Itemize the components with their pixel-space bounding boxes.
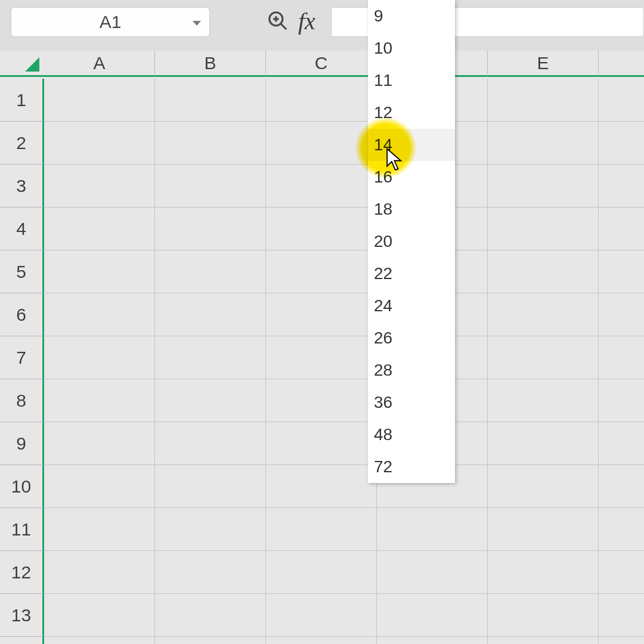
cell[interactable] <box>155 208 266 250</box>
row-header[interactable]: 1 <box>0 79 44 122</box>
font-size-option[interactable]: 18 <box>368 193 455 225</box>
cell[interactable] <box>155 465 266 508</box>
cell[interactable] <box>599 508 644 551</box>
cell[interactable] <box>155 551 266 594</box>
cell[interactable] <box>266 379 377 422</box>
cell[interactable] <box>599 465 644 508</box>
cell[interactable] <box>377 551 488 594</box>
cell[interactable] <box>488 465 599 508</box>
cell[interactable] <box>266 336 377 379</box>
cell[interactable] <box>266 637 377 644</box>
cell[interactable] <box>155 379 266 422</box>
font-size-option[interactable]: 24 <box>368 290 455 322</box>
cell[interactable] <box>44 293 155 336</box>
select-all-corner[interactable] <box>0 51 44 77</box>
row-header[interactable]: 7 <box>0 336 44 379</box>
cell[interactable] <box>266 79 377 122</box>
cell[interactable] <box>266 208 377 250</box>
cell[interactable] <box>377 508 488 551</box>
cell[interactable] <box>488 122 599 165</box>
chevron-down-icon[interactable] <box>193 21 201 26</box>
cell[interactable] <box>599 594 644 637</box>
cell[interactable] <box>488 250 599 293</box>
cell[interactable] <box>44 122 155 165</box>
font-size-option[interactable]: 20 <box>368 225 455 258</box>
row-header[interactable]: 8 <box>0 379 44 422</box>
cell[interactable] <box>488 208 599 250</box>
cell[interactable] <box>266 165 377 208</box>
font-size-option[interactable]: 14 <box>368 129 455 161</box>
column-header[interactable]: B <box>155 51 266 77</box>
cell[interactable] <box>44 250 155 293</box>
cell[interactable] <box>488 594 599 637</box>
zoom-preview-icon[interactable] <box>267 10 289 32</box>
cell[interactable] <box>266 551 377 594</box>
row-header[interactable]: 6 <box>0 293 44 336</box>
spreadsheet-grid[interactable]: ABCDEF1234567891011121314 <box>0 51 644 644</box>
cell[interactable] <box>599 637 644 644</box>
font-size-option[interactable]: 11 <box>368 64 455 97</box>
row-header[interactable]: 11 <box>0 508 44 551</box>
cell[interactable] <box>377 637 488 644</box>
cell[interactable] <box>155 336 266 379</box>
cell[interactable] <box>488 336 599 379</box>
row-header[interactable]: 12 <box>0 551 44 594</box>
cell[interactable] <box>44 551 155 594</box>
font-size-option[interactable]: 72 <box>368 451 455 483</box>
cell[interactable] <box>155 293 266 336</box>
cell[interactable] <box>266 422 377 465</box>
cell[interactable] <box>488 508 599 551</box>
cell[interactable] <box>266 122 377 165</box>
cell[interactable] <box>599 250 644 293</box>
row-header[interactable]: 3 <box>0 165 44 208</box>
cell[interactable] <box>44 208 155 250</box>
font-size-option[interactable]: 16 <box>368 161 455 193</box>
cell[interactable] <box>266 293 377 336</box>
cell[interactable] <box>488 165 599 208</box>
cell[interactable] <box>44 165 155 208</box>
cell[interactable] <box>44 79 155 122</box>
cell[interactable] <box>266 594 377 637</box>
cell[interactable] <box>488 551 599 594</box>
cell[interactable] <box>488 422 599 465</box>
cell[interactable] <box>155 422 266 465</box>
font-size-option[interactable]: 28 <box>368 354 455 386</box>
font-size-option[interactable]: 48 <box>368 419 455 451</box>
cell[interactable] <box>488 293 599 336</box>
cell[interactable] <box>266 250 377 293</box>
column-header[interactable]: F <box>599 51 644 77</box>
cell[interactable] <box>488 379 599 422</box>
cell[interactable] <box>599 208 644 250</box>
cell[interactable] <box>155 79 266 122</box>
cell[interactable] <box>599 422 644 465</box>
cell[interactable] <box>155 122 266 165</box>
column-header[interactable]: E <box>488 51 599 77</box>
row-header[interactable]: 13 <box>0 594 44 637</box>
column-header[interactable]: C <box>266 51 377 77</box>
font-size-option[interactable]: 22 <box>368 258 455 290</box>
cell[interactable] <box>44 465 155 508</box>
cell[interactable] <box>155 594 266 637</box>
cell[interactable] <box>44 379 155 422</box>
cell[interactable] <box>155 637 266 644</box>
cell[interactable] <box>488 79 599 122</box>
cell[interactable] <box>44 336 155 379</box>
fx-label[interactable]: fx <box>298 7 315 35</box>
font-size-option[interactable]: 26 <box>368 322 455 354</box>
row-header[interactable]: 9 <box>0 422 44 465</box>
cell[interactable] <box>599 293 644 336</box>
cell[interactable] <box>155 250 266 293</box>
cell[interactable] <box>599 122 644 165</box>
font-size-option[interactable]: 10 <box>368 32 455 64</box>
cell[interactable] <box>599 165 644 208</box>
cell[interactable] <box>266 508 377 551</box>
row-header[interactable]: 5 <box>0 250 44 293</box>
cell[interactable] <box>599 379 644 422</box>
row-header[interactable]: 4 <box>0 208 44 250</box>
row-header[interactable]: 14 <box>0 637 44 644</box>
column-header[interactable]: A <box>44 51 155 77</box>
cell[interactable] <box>266 465 377 508</box>
name-box[interactable]: A1 <box>11 7 210 37</box>
font-size-option[interactable]: 9 <box>368 0 455 32</box>
cell[interactable] <box>488 637 599 644</box>
